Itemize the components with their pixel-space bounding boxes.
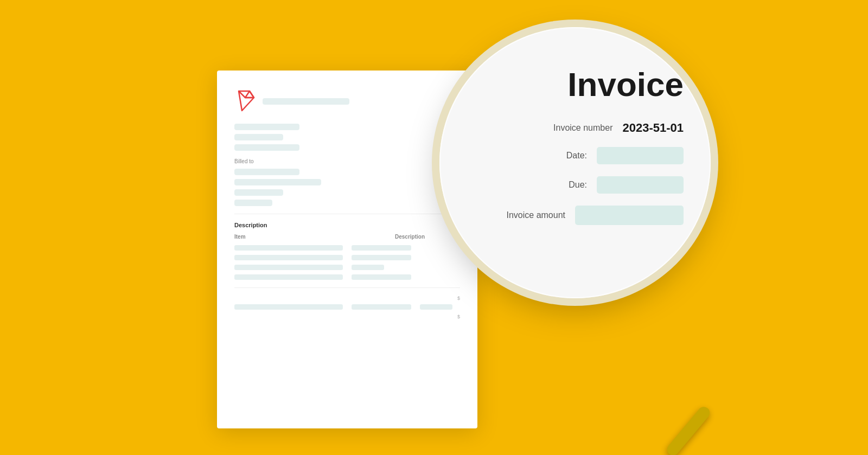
due-label: Due: <box>569 180 587 190</box>
cell-3-2 <box>352 265 384 270</box>
magnifier-handle <box>665 404 712 455</box>
date-label: Date: <box>566 151 587 161</box>
billed-bar-3 <box>234 189 283 196</box>
doc-info-bar-3 <box>234 144 299 151</box>
dollar-sign-1: $ <box>457 296 460 301</box>
table-row-1 <box>234 245 460 251</box>
billed-bar-2 <box>234 179 321 185</box>
billed-bar-1 <box>234 169 299 175</box>
cell-4-1 <box>234 274 343 280</box>
date-row: Date: <box>472 147 684 164</box>
invoice-number-label: Invoice number <box>553 123 612 133</box>
doc-divider-2 <box>234 287 460 288</box>
cell-2-1 <box>234 255 343 260</box>
doc-divider-1 <box>234 214 460 214</box>
billed-to-label: Billed to <box>234 158 460 164</box>
due-row: Due: <box>472 176 684 194</box>
invoice-amount-row: Invoice amount <box>472 206 684 225</box>
invoice-amount-placeholder <box>575 206 684 225</box>
doc-info-bar-2 <box>234 134 283 140</box>
cell-2-2 <box>352 255 411 260</box>
table-row-3 <box>234 265 460 270</box>
doc-company-name-bar <box>263 98 349 105</box>
date-placeholder <box>597 147 684 164</box>
description-col-label: Description <box>395 234 425 240</box>
cell-1-1 <box>234 245 343 251</box>
description-label: Description <box>234 222 460 228</box>
due-placeholder <box>597 176 684 194</box>
item-col-label: Item <box>234 234 343 240</box>
doc-logo-row <box>234 90 460 113</box>
cell-5-2 <box>352 304 411 310</box>
table-row-5 <box>234 304 460 310</box>
invoice-document: Billed to Description Item Description <box>217 71 477 428</box>
invoice-title: Invoice <box>472 65 684 104</box>
invoice-number-value: 2023-51-01 <box>622 121 684 135</box>
invoice-number-row: Invoice number 2023-51-01 <box>472 121 684 135</box>
table-row-4 <box>234 274 460 280</box>
cell-1-2 <box>352 245 411 251</box>
brand-logo-icon <box>234 90 255 113</box>
cell-5-3 <box>420 304 452 310</box>
cell-4-2 <box>352 274 411 280</box>
cell-3-1 <box>234 265 343 270</box>
magnifier-circle: Invoice Invoice number 2023-51-01 Date: … <box>439 27 711 298</box>
billed-bar-4 <box>234 200 272 206</box>
cell-5-1 <box>234 304 343 310</box>
dollar-sign-2: $ <box>457 314 460 319</box>
doc-table-header: Item Description <box>234 234 460 240</box>
scene: Billed to Description Item Description <box>190 38 678 418</box>
invoice-amount-label: Invoice amount <box>506 210 565 220</box>
table-row-2 <box>234 255 460 260</box>
doc-info-bar-1 <box>234 124 299 130</box>
